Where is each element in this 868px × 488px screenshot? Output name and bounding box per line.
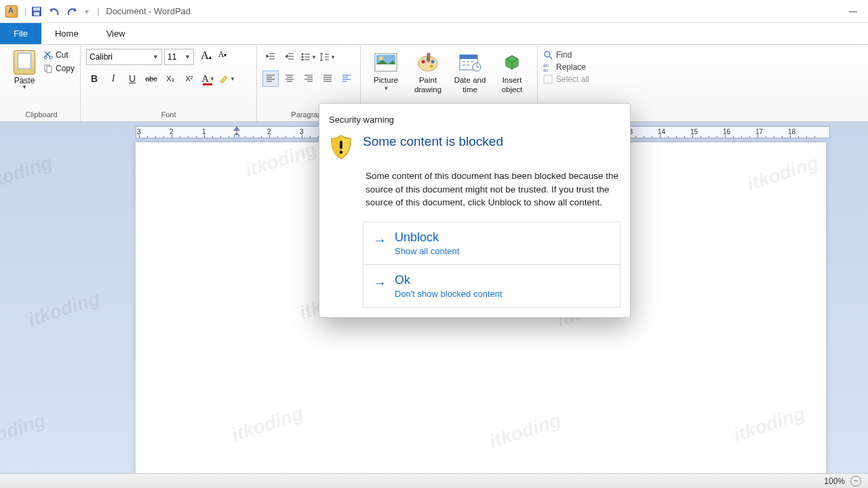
first-line-indent-marker[interactable]: [233, 126, 240, 131]
paste-dropdown-icon[interactable]: ▼: [22, 84, 27, 90]
align-left-button[interactable]: [262, 70, 279, 87]
unblock-desc: Show all content: [395, 246, 459, 256]
tab-home[interactable]: Home: [41, 23, 93, 44]
font-size-select[interactable]: 11▼: [164, 49, 194, 65]
copy-button[interactable]: Copy: [43, 64, 75, 73]
svg-point-26: [340, 150, 343, 154]
copy-icon: [43, 64, 53, 73]
font-color-button[interactable]: A▼: [200, 70, 216, 87]
replace-icon: abac: [543, 62, 553, 72]
unblock-title: Unblock: [395, 230, 459, 245]
highlight-button[interactable]: ▼: [219, 70, 235, 87]
group-font-label: Font: [86, 108, 251, 121]
shrink-font-button[interactable]: A▾: [215, 49, 230, 64]
font-family-select[interactable]: Calibri▼: [86, 49, 162, 65]
subscript-button[interactable]: X₂: [162, 70, 178, 87]
ruler-tick-label: 15: [690, 128, 698, 136]
find-icon: [543, 50, 553, 60]
paint-label: Paint drawing: [414, 76, 441, 95]
arrow-right-icon: →: [373, 233, 387, 247]
status-bar: 100% −: [0, 473, 868, 488]
svg-point-16: [431, 60, 435, 64]
group-clipboard: Paste ▼ Cut Copy Clipboard: [3, 46, 81, 121]
ok-title: Ok: [395, 273, 502, 287]
bullets-button[interactable]: ▼: [300, 49, 317, 65]
find-button[interactable]: Find: [543, 50, 572, 60]
svg-text:ab: ab: [543, 63, 549, 68]
select-all-label: Select all: [556, 75, 589, 84]
palette-icon: [416, 50, 440, 75]
title-bar: | ▾ | Document - WordPad —: [0, 0, 868, 23]
svg-point-9: [302, 59, 304, 61]
bold-button[interactable]: B: [86, 70, 102, 87]
underline-button[interactable]: U: [124, 70, 140, 87]
ok-button[interactable]: → Ok Don't show blocked content: [363, 264, 620, 307]
svg-rect-1: [33, 7, 40, 11]
insert-object-button[interactable]: Insert object: [492, 49, 532, 95]
paint-drawing-button[interactable]: Paint drawing: [408, 49, 448, 95]
object-icon: [500, 50, 524, 75]
calendar-icon: [458, 50, 482, 75]
grow-font-button[interactable]: A▴: [199, 49, 214, 64]
date-time-button[interactable]: Date and time: [450, 49, 490, 95]
decrease-indent-button[interactable]: [262, 49, 279, 65]
svg-point-17: [430, 65, 433, 68]
svg-point-8: [302, 56, 304, 58]
strikethrough-button[interactable]: abc: [143, 70, 159, 87]
hanging-indent-marker[interactable]: [234, 134, 239, 138]
window-title: Document - WordPad: [106, 6, 191, 16]
ruler-tick-label: 16: [723, 128, 730, 136]
undo-icon[interactable]: [47, 4, 62, 19]
italic-button[interactable]: I: [105, 70, 121, 87]
svg-point-4: [50, 56, 52, 59]
align-center-button[interactable]: [281, 70, 298, 87]
svg-rect-24: [544, 75, 552, 83]
svg-rect-19: [460, 55, 477, 59]
highlighter-icon: [219, 73, 229, 84]
watermark: itkoding: [0, 152, 55, 195]
font-family-value: Calibri: [90, 52, 113, 62]
zoom-level: 100%: [824, 476, 845, 486]
cut-button[interactable]: Cut: [43, 50, 75, 60]
redo-icon[interactable]: [64, 4, 79, 19]
justify-button[interactable]: [319, 70, 336, 87]
watermark: itkoding: [0, 409, 48, 453]
line-spacing-button[interactable]: ▼: [319, 49, 336, 65]
tab-view[interactable]: View: [93, 23, 140, 44]
datetime-label: Date and time: [454, 76, 486, 95]
arrow-right-icon: →: [373, 276, 387, 289]
zoom-out-button[interactable]: −: [850, 476, 861, 487]
cut-label: Cut: [56, 50, 68, 60]
replace-button[interactable]: abac Replace: [543, 62, 586, 72]
watermark: itkoding: [26, 287, 102, 331]
find-label: Find: [556, 50, 572, 60]
increase-indent-button[interactable]: [281, 49, 298, 65]
paste-button[interactable]: Paste ▼: [8, 49, 41, 90]
paragraph-dialog-button[interactable]: [338, 70, 355, 87]
dialog-body: Some content of this document has been b…: [366, 169, 620, 209]
svg-point-14: [422, 60, 425, 64]
chevron-down-icon: ▼: [184, 54, 191, 60]
paste-icon: [14, 50, 35, 75]
app-icon: [5, 5, 18, 18]
replace-label: Replace: [556, 62, 586, 72]
save-icon[interactable]: [29, 4, 44, 19]
chevron-down-icon: ▼: [153, 54, 159, 60]
picture-icon: [374, 50, 398, 75]
shield-warning-icon: [329, 134, 353, 160]
font-size-value: 11: [167, 52, 176, 62]
select-all-button[interactable]: Select all: [543, 75, 589, 84]
superscript-button[interactable]: X²: [181, 70, 197, 87]
insert-picture-button[interactable]: Picture ▼: [366, 49, 406, 92]
svg-point-7: [302, 54, 304, 56]
align-right-button[interactable]: [300, 70, 317, 87]
unblock-button[interactable]: → Unblock Show all content: [363, 222, 620, 264]
picture-label: Picture: [374, 76, 398, 85]
tab-file[interactable]: File: [0, 23, 41, 44]
dialog-heading: Some content is blocked: [363, 134, 503, 149]
group-font: Calibri▼ 11▼ A▴ A▾ B I U abc X₂ X² A▼: [81, 46, 257, 121]
svg-rect-25: [340, 141, 342, 149]
ruler-tick-label: 17: [755, 128, 763, 136]
dialog-title: Security warning: [329, 115, 620, 125]
minimize-button[interactable]: —: [844, 5, 863, 18]
